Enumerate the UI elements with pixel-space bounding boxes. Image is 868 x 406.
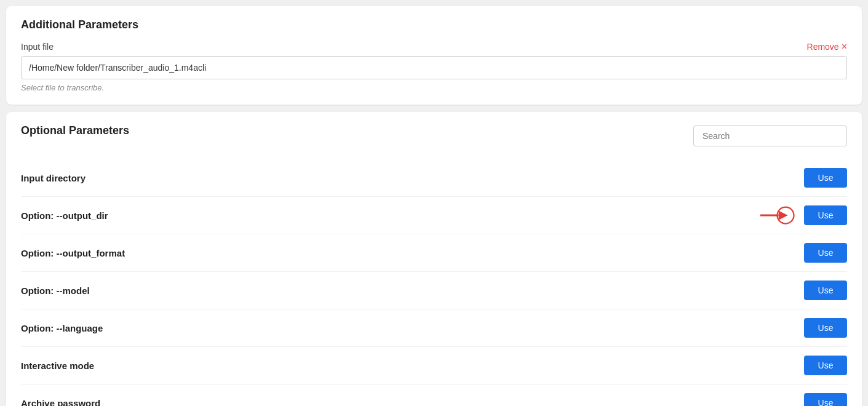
use-button-model[interactable]: Use	[804, 281, 847, 300]
input-file-label: Input file	[21, 42, 54, 52]
use-button-input-directory[interactable]: Use	[804, 168, 847, 188]
param-label-interactive-mode: Interactive mode	[21, 360, 94, 371]
use-button-interactive-mode[interactable]: Use	[804, 356, 847, 375]
param-row-input-directory: Input directory Use	[21, 159, 847, 197]
optional-parameters-card: Optional Parameters Input directory Use …	[6, 112, 862, 406]
optional-parameters-header: Optional Parameters	[21, 124, 847, 147]
param-label-output-format: Option: --output_format	[21, 248, 125, 258]
use-button-output-format[interactable]: Use	[804, 243, 847, 263]
arrow-icon	[758, 203, 795, 228]
param-label-input-directory: Input directory	[21, 173, 86, 183]
param-label-output-dir: Option: --output_dir	[21, 210, 108, 221]
param-row-archive-password: Archive password Use	[21, 384, 847, 406]
additional-parameters-title: Additional Parameters	[21, 18, 847, 31]
optional-parameters-title: Optional Parameters	[21, 124, 129, 137]
param-label-language: Option: --language	[21, 323, 103, 333]
param-label-archive-password: Archive password	[21, 398, 100, 407]
close-icon: ×	[842, 41, 847, 52]
param-row-model: Option: --model Use	[21, 272, 847, 309]
additional-parameters-card: Additional Parameters Input file Remove …	[6, 6, 862, 105]
svg-marker-1	[779, 211, 788, 220]
param-row-output-dir: Option: --output_dir Use	[21, 197, 847, 234]
file-hint: Select file to transcribe.	[21, 83, 847, 92]
use-button-archive-password[interactable]: Use	[804, 393, 847, 406]
param-list: Input directory Use Option: --output_dir…	[21, 159, 847, 406]
param-row-language: Option: --language Use	[21, 309, 847, 347]
input-file-field[interactable]	[21, 56, 847, 79]
search-input[interactable]	[693, 125, 847, 146]
param-row-interactive-mode: Interactive mode Use	[21, 347, 847, 384]
remove-label: Remove	[807, 42, 839, 52]
arrow-annotation	[758, 203, 795, 228]
use-button-output-dir[interactable]: Use	[804, 205, 847, 225]
remove-button[interactable]: Remove ×	[807, 41, 847, 52]
use-button-language[interactable]: Use	[804, 318, 847, 338]
param-row-output-format: Option: --output_format Use	[21, 234, 847, 272]
input-file-row: Input file Remove ×	[21, 41, 847, 52]
param-label-model: Option: --model	[21, 285, 90, 296]
